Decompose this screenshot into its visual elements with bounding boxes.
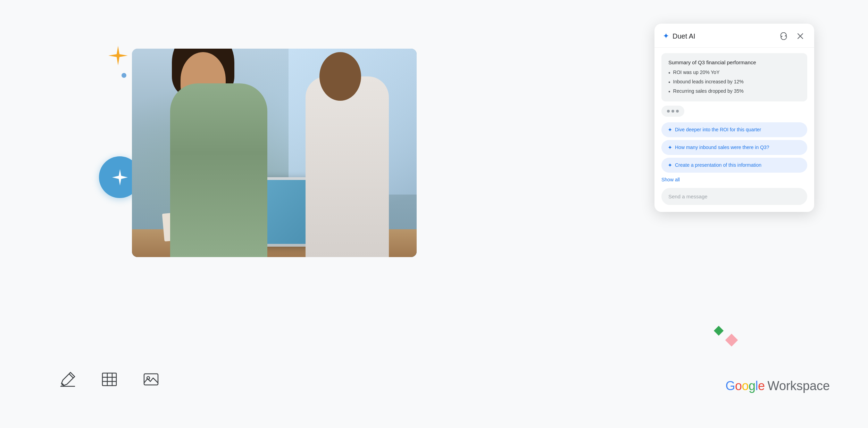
typing-indicator xyxy=(661,106,684,117)
edit-icon[interactable] xyxy=(57,369,78,390)
summary-list: ROI was up 20% YoY Inbound leads increas… xyxy=(668,69,800,95)
pink-diamond-decoration xyxy=(725,334,738,347)
svg-rect-0 xyxy=(102,373,116,386)
summary-item-2: Inbound leads increased by 12% xyxy=(668,79,800,85)
google-logo-text: Google xyxy=(725,379,765,393)
person-woman xyxy=(153,56,285,257)
chat-header: ✦ Duet AI xyxy=(654,24,814,48)
main-scene: ✦ Duet AI xyxy=(0,0,868,428)
summary-title: Summary of Q3 financial performance xyxy=(668,59,800,65)
chat-title: Duet AI xyxy=(673,32,695,40)
suggestion-label-1: Dive deeper into the ROI for this quarte… xyxy=(675,127,761,132)
chat-header-left: ✦ Duet AI xyxy=(663,32,695,41)
summary-bubble: Summary of Q3 financial performance ROI … xyxy=(661,53,807,101)
dot-blue-decoration xyxy=(122,73,126,78)
suggestion-label-2: How many inbound sales were there in Q3? xyxy=(675,145,769,150)
message-input-area[interactable]: Send a message xyxy=(661,188,807,205)
suggestion-chip-3[interactable]: ✦ Create a presentation of this informat… xyxy=(661,158,807,173)
suggestion-chip-1[interactable]: ✦ Dive deeper into the ROI for this quar… xyxy=(661,122,807,137)
chat-panel: ✦ Duet AI xyxy=(654,24,814,212)
typing-dot-1 xyxy=(667,110,670,113)
hero-photo xyxy=(132,49,417,257)
suggestions-area: ✦ Dive deeper into the ROI for this quar… xyxy=(654,122,814,173)
toolbar xyxy=(57,369,161,390)
svg-rect-5 xyxy=(144,374,158,385)
sparkle-gold-icon xyxy=(108,45,128,66)
suggestion-label-3: Create a presentation of this informatio… xyxy=(675,162,761,168)
suggestion-chip-2[interactable]: ✦ How many inbound sales were there in Q… xyxy=(661,140,807,155)
refresh-button[interactable] xyxy=(778,31,789,42)
workspace-label: Workspace xyxy=(768,379,830,393)
summary-item-1: ROI was up 20% YoY xyxy=(668,69,800,76)
show-all-link[interactable]: Show all xyxy=(661,177,680,182)
suggestion-star-icon-1: ✦ xyxy=(668,126,672,133)
google-workspace-logo: Google Workspace xyxy=(725,379,830,393)
typing-dot-3 xyxy=(676,110,679,113)
summary-item-3: Recurring sales dropped by 35% xyxy=(668,88,800,95)
table-icon[interactable] xyxy=(99,369,120,390)
chat-header-icons xyxy=(778,31,806,42)
image-icon[interactable] xyxy=(141,369,161,390)
duet-ai-star-icon: ✦ xyxy=(663,32,669,41)
typing-dot-2 xyxy=(671,110,674,113)
close-button[interactable] xyxy=(795,31,806,42)
green-diamond-decoration xyxy=(714,326,724,336)
person-man xyxy=(299,56,396,257)
suggestion-star-icon-3: ✦ xyxy=(668,162,672,168)
message-input-placeholder[interactable]: Send a message xyxy=(668,194,800,199)
suggestion-star-icon-2: ✦ xyxy=(668,144,672,151)
